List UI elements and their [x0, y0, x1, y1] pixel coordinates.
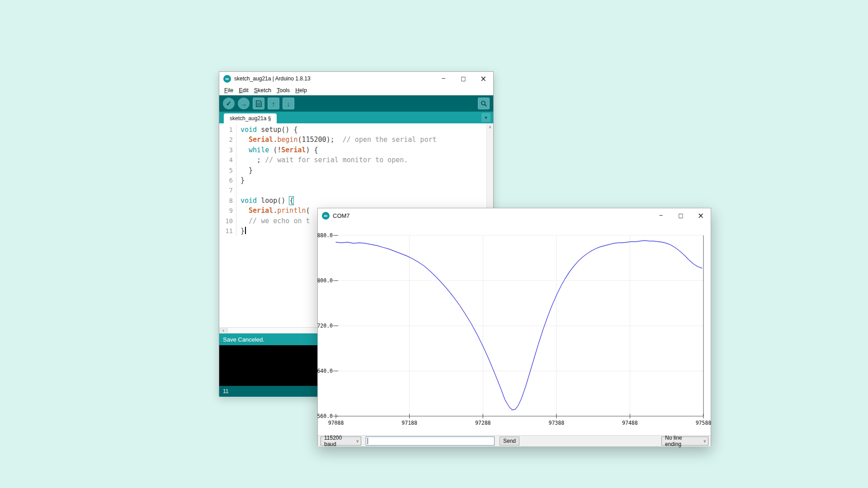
code-line[interactable]: 7 [219, 185, 493, 195]
arduino-logo-icon: ∞ [223, 75, 231, 83]
line-text: Serial.begin(115200); // open the serial… [236, 135, 437, 145]
status-text: Save Canceled. [223, 336, 264, 343]
line-text: Serial.println( [236, 206, 310, 216]
new-sketch-button[interactable] [253, 98, 264, 109]
send-button[interactable]: Send [500, 436, 519, 446]
y-tick-label: 880.0 [317, 232, 333, 239]
line-number: 2 [219, 135, 236, 145]
menu-item-help[interactable]: Help [292, 86, 310, 94]
menu-item-edit[interactable]: Edit [236, 86, 251, 94]
serial-send-input[interactable] [366, 436, 495, 446]
text-caret [245, 227, 246, 234]
code-line[interactable]: 3 while (!Serial) { [219, 145, 493, 155]
line-number: 1 [219, 125, 236, 135]
line-number: 4 [219, 155, 236, 165]
magnifier-icon [481, 100, 487, 107]
code-line[interactable]: 5 } [219, 165, 493, 175]
line-number: 7 [219, 185, 236, 195]
line-number: 6 [219, 175, 236, 185]
plotter-controls-bar: 115200 baud ∨ Send No line ending ∨ [318, 435, 711, 446]
menu-bar: FileEditSketchToolsHelp [219, 85, 493, 95]
tab-label: sketch_aug21a § [230, 115, 271, 122]
maximize-icon[interactable]: □ [453, 72, 473, 85]
maximize-icon[interactable]: □ [671, 208, 691, 223]
chevron-down-icon: ∨ [352, 439, 359, 443]
open-sketch-button[interactable]: ↑ [268, 98, 279, 109]
line-text: ; // wait for serial monitor to open. [236, 155, 408, 165]
code-line[interactable]: 8void loop() { [219, 196, 493, 206]
scroll-left-icon[interactable]: ‹ [219, 327, 227, 333]
document-icon [256, 100, 262, 107]
cursor-line-indicator: 11 [223, 388, 228, 394]
baud-rate-value: 115200 baud [324, 435, 352, 447]
menu-item-tools[interactable]: Tools [274, 86, 292, 94]
check-icon: ✓ [226, 99, 232, 108]
text-caret [368, 438, 368, 444]
data-series-line [336, 240, 702, 410]
arduino-logo-icon: ∞ [322, 212, 330, 220]
desktop: { "page": {"background": "#d9f3ef"}, "ic… [0, 0, 868, 488]
line-text [236, 185, 241, 195]
minimize-icon[interactable]: ─ [434, 72, 453, 85]
code-line[interactable]: 4 ; // wait for serial monitor to open. [219, 155, 493, 165]
line-number: 11 [219, 226, 236, 236]
baud-rate-select[interactable]: 115200 baud ∨ [321, 436, 361, 446]
line-number: 10 [219, 216, 236, 226]
chevron-down-icon: ▼ [484, 115, 488, 120]
send-button-label: Send [503, 438, 516, 444]
code-line[interactable]: 2 Serial.begin(115200); // open the seri… [219, 135, 493, 145]
x-tick-label: 97088 [328, 420, 344, 426]
x-tick-label: 97288 [475, 420, 491, 426]
x-tick-label: 97488 [622, 420, 638, 426]
line-text: } [236, 226, 246, 236]
menu-item-file[interactable]: File [222, 86, 236, 94]
scroll-up-icon[interactable]: ∧ [487, 123, 493, 131]
minimize-icon[interactable]: ─ [651, 208, 671, 223]
code-line[interactable]: 6} [219, 175, 493, 185]
tab-sketch-aug21a[interactable]: sketch_aug21a § [224, 113, 277, 123]
line-ending-select[interactable]: No line ending ∨ [661, 436, 708, 446]
toolbar: ✓ → ↑ ↓ [219, 95, 493, 112]
line-text: while (!Serial) { [236, 145, 318, 155]
code-line[interactable]: 1void setup() { [219, 125, 493, 135]
menu-item-sketch[interactable]: Sketch [251, 86, 274, 94]
line-ending-value: No line ending [665, 435, 699, 447]
window-title: COM7 [333, 212, 350, 219]
serial-plot-chart: 970889718897288973889748897588880.0800.0… [318, 223, 712, 435]
line-text: // we echo on t [236, 216, 310, 226]
x-tick-label: 97388 [548, 420, 564, 426]
chevron-down-icon: ∨ [699, 439, 706, 443]
save-sketch-button[interactable]: ↓ [283, 98, 294, 109]
line-number: 5 [219, 165, 236, 175]
close-icon[interactable]: × [473, 72, 493, 85]
arduino-titlebar: ∞ sketch_aug21a | Arduino 1.8.13 ─ □ × [219, 72, 493, 85]
y-tick-label: 640.0 [317, 368, 333, 374]
y-tick-label: 560.0 [317, 413, 333, 419]
line-number: 3 [219, 145, 236, 155]
line-text: void setup() { [236, 125, 297, 135]
tab-menu-button[interactable]: ▼ [481, 113, 491, 122]
tab-strip: sketch_aug21a § ▼ [219, 112, 493, 123]
upload-button[interactable]: → [238, 98, 250, 109]
line-number: 8 [219, 196, 236, 206]
window-title: sketch_aug21a | Arduino 1.8.13 [234, 75, 311, 82]
verify-button[interactable]: ✓ [223, 98, 235, 109]
serial-plotter-window: ∞ COM7 ─ □ × 970889718897288973889748897… [317, 208, 711, 446]
serial-monitor-button[interactable] [478, 98, 490, 109]
up-arrow-icon: ↑ [272, 100, 275, 108]
right-arrow-icon: → [241, 100, 247, 108]
line-number: 9 [219, 206, 236, 216]
plotter-titlebar: ∞ COM7 ─ □ × [318, 208, 711, 223]
line-text: } [236, 165, 253, 175]
x-tick-label: 97188 [401, 420, 417, 426]
down-arrow-icon: ↓ [287, 100, 290, 108]
x-tick-label: 97588 [696, 420, 712, 426]
y-tick-label: 800.0 [317, 277, 333, 284]
line-text: void loop() { [236, 196, 293, 206]
y-tick-label: 720.0 [317, 323, 333, 329]
line-text: } [236, 175, 245, 185]
close-icon[interactable]: × [691, 208, 711, 223]
